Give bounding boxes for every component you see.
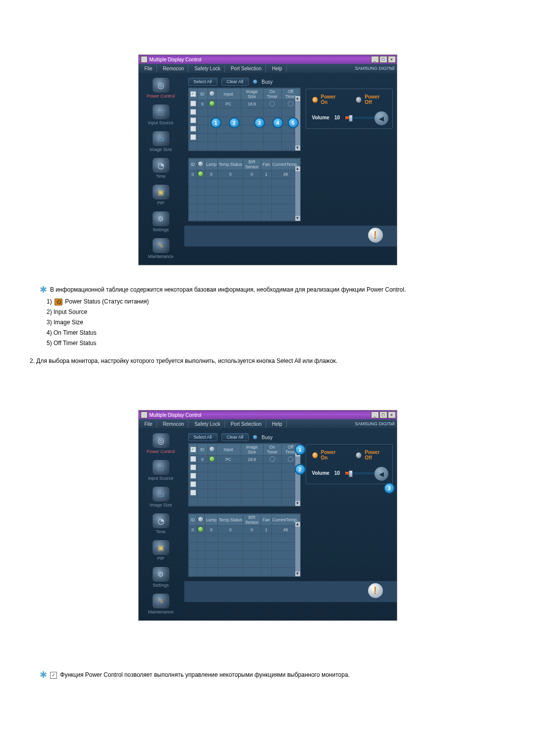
power-off-button[interactable]: Power Off [356, 94, 386, 105]
table-row[interactable] [189, 534, 300, 543]
scroll-down-icon[interactable]: ▼ [295, 146, 300, 151]
table-row[interactable] [189, 551, 300, 559]
table-row[interactable]: 0 0 0 0 1 49 [189, 170, 300, 179]
col2-br[interactable]: B/R Sensor [243, 159, 261, 170]
scroll-down-icon[interactable]: ▼ [295, 571, 300, 576]
volume-handle-icon[interactable] [349, 115, 353, 122]
menu-file[interactable]: File [141, 420, 157, 428]
table-row[interactable] [189, 108, 300, 117]
col-id[interactable]: ID [197, 444, 208, 455]
sidebar-item-maintenance[interactable]: Maintenance [140, 236, 182, 262]
warning-icon[interactable] [368, 228, 383, 243]
sidebar-item-settings[interactable]: Settings [140, 209, 182, 235]
col2-temp[interactable]: Temp.Status [218, 514, 243, 526]
maximize-button[interactable]: □ [379, 56, 387, 63]
table-row[interactable] [189, 125, 300, 134]
col-image-size[interactable]: Image Size [241, 444, 263, 455]
row-checkbox[interactable] [190, 473, 196, 479]
table-row[interactable] [189, 187, 300, 196]
table-row[interactable] [189, 196, 300, 204]
sidebar-item-pip[interactable]: PIP [140, 183, 182, 208]
menu-help[interactable]: Help [268, 65, 287, 72]
minimize-button[interactable]: _ [371, 411, 379, 418]
menu-remocon[interactable]: Remocon [159, 65, 189, 72]
warning-icon[interactable] [368, 583, 383, 598]
sidebar-item-time[interactable]: Time [140, 511, 182, 537]
clear-all-button[interactable]: Clear All [221, 433, 249, 441]
sidebar-item-image-size[interactable]: Image Size [140, 485, 182, 510]
table-row[interactable] [189, 134, 300, 142]
row-checkbox[interactable] [190, 464, 196, 470]
mute-icon[interactable] [374, 467, 388, 481]
select-all-button[interactable]: Select All [188, 433, 217, 441]
titlebar[interactable]: Multiple Display Control _ □ × [139, 55, 397, 64]
table-row[interactable] [189, 568, 300, 576]
sidebar-item-maintenance[interactable]: Maintenance [140, 592, 182, 617]
header-checkbox[interactable] [190, 91, 196, 97]
power-off-button[interactable]: Power Off [356, 450, 386, 460]
table-row[interactable] [189, 212, 300, 221]
col2-lamp[interactable]: Lamp [205, 159, 218, 170]
info-grid[interactable]: ID Input Image Size On Timer Off Timer [188, 88, 301, 151]
row-checkbox[interactable] [190, 456, 196, 462]
col2-br[interactable]: B/R Sensor [243, 514, 261, 526]
mute-icon[interactable] [374, 111, 388, 125]
scroll-up-icon[interactable]: ▲ [295, 166, 300, 171]
clear-all-button[interactable]: Clear All [221, 78, 249, 86]
power-on-button[interactable]: Power On [312, 450, 342, 460]
row-checkbox[interactable] [190, 481, 196, 487]
table-row[interactable] [189, 481, 300, 489]
scroll-up-icon[interactable]: ▲ [295, 96, 300, 101]
row-checkbox[interactable] [190, 101, 196, 106]
titlebar[interactable]: Multiple Display Control _ □ × [139, 410, 397, 419]
table-row[interactable] [189, 498, 300, 506]
menu-port-selection[interactable]: Port Selection [227, 65, 266, 72]
row-checkbox[interactable] [190, 134, 196, 140]
col2-fan[interactable]: Fan [261, 159, 271, 170]
table-row[interactable] [189, 543, 300, 551]
minimize-button[interactable]: _ [371, 56, 379, 63]
sidebar-item-image-size[interactable]: Image Size [140, 129, 182, 155]
close-button[interactable]: × [388, 56, 396, 63]
col-id[interactable]: ID [197, 89, 208, 100]
col2-id[interactable]: ID [189, 514, 197, 526]
sidebar-item-power-control[interactable]: Power Control [140, 76, 182, 101]
status-grid[interactable]: ID Lamp Temp.Status B/R Sensor Fan Curre… [188, 158, 301, 221]
col-input[interactable]: Input [216, 89, 241, 100]
col2-temp[interactable]: Temp.Status [218, 159, 243, 170]
col2-id[interactable]: ID [189, 159, 197, 170]
table-row[interactable] [189, 179, 300, 187]
row-checkbox[interactable] [190, 117, 196, 123]
header-checkbox[interactable] [190, 447, 196, 453]
menu-safety-lock[interactable]: Safety Lock [190, 65, 224, 72]
row-checkbox[interactable] [190, 109, 196, 115]
table-row[interactable] [189, 464, 300, 472]
table-row[interactable]: 0 PC 16:9 [189, 100, 300, 108]
volume-handle-icon[interactable] [349, 470, 353, 477]
menu-remocon[interactable]: Remocon [159, 420, 189, 428]
sidebar-item-time[interactable]: Time [140, 156, 182, 182]
table-row[interactable] [189, 559, 300, 568]
menu-file[interactable]: File [141, 65, 157, 72]
row-checkbox[interactable] [190, 126, 196, 132]
table-row[interactable]: 0 PC 16:9 [189, 455, 300, 464]
sidebar-item-power-control[interactable]: Power Control [140, 431, 182, 457]
scroll-down-icon[interactable]: ▼ [295, 216, 300, 221]
table-row[interactable] [189, 489, 300, 498]
col2-fan[interactable]: Fan [261, 514, 271, 526]
status-grid[interactable]: ID Lamp Temp.Status B/R Sensor Fan Curre… [188, 513, 301, 577]
sidebar-item-settings[interactable]: Settings [140, 565, 182, 591]
col-input[interactable]: Input [216, 444, 241, 455]
menu-safety-lock[interactable]: Safety Lock [190, 420, 224, 428]
table-row[interactable] [189, 472, 300, 481]
col2-lamp[interactable]: Lamp [205, 514, 218, 526]
scroll-up-icon[interactable]: ▲ [295, 522, 300, 527]
info-grid[interactable]: ID Input Image Size On Timer Off Timer [188, 443, 301, 506]
col-image-size[interactable]: Image Size [241, 89, 263, 100]
table-row[interactable]: 0 0 0 0 1 49 [189, 526, 300, 534]
close-button[interactable]: × [388, 411, 396, 418]
scroll-down-icon[interactable]: ▼ [295, 501, 300, 506]
grid-scrollbar[interactable]: ▲ ▼ [295, 166, 300, 221]
power-on-button[interactable]: Power On [312, 94, 342, 105]
sidebar-item-input-source[interactable]: Input Source [140, 102, 182, 128]
